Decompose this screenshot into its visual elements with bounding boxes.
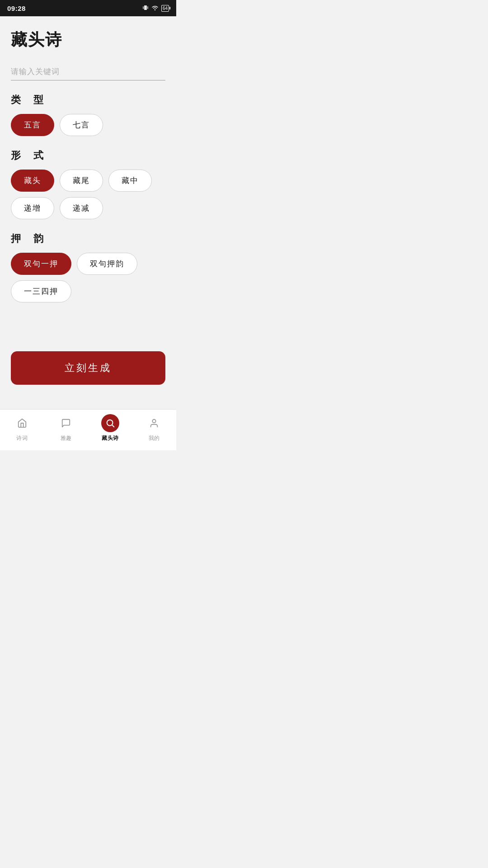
type-qiyan-btn[interactable]: 七言 (60, 114, 103, 136)
status-icons: 64 (142, 5, 169, 12)
rhyme-yi134-btn[interactable]: 一三四押 (11, 280, 71, 302)
format-zangtou-btn[interactable]: 藏头 (11, 170, 54, 192)
type-btn-group: 五言 七言 (11, 114, 165, 136)
format-zangzhong-btn[interactable]: 藏中 (108, 170, 152, 192)
nav-item-zangtou[interactable]: 藏头诗 (97, 414, 124, 442)
search-container (11, 64, 165, 80)
svg-rect-1 (143, 6, 144, 9)
bottom-nav: 诗词 雅趣 藏头诗 我的 (0, 409, 176, 450)
nav-item-wode[interactable]: 我的 (141, 414, 168, 442)
generate-button[interactable]: 立刻生成 (11, 351, 165, 385)
svg-point-5 (153, 420, 156, 423)
format-dijian2-btn[interactable]: 递减 (60, 197, 103, 219)
nav-icon-zangtou (101, 414, 119, 432)
type-section: 类 型 五言 七言 (11, 93, 165, 136)
format-btn-group: 藏头 藏尾 藏中 递增 递减 (11, 170, 165, 219)
nav-item-shici[interactable]: 诗词 (9, 414, 36, 442)
nav-label-zangtou: 藏头诗 (102, 434, 119, 442)
type-wuyan-btn[interactable]: 五言 (11, 114, 54, 136)
format-zangwei-btn[interactable]: 藏尾 (60, 170, 103, 192)
rhyme-shuang1-btn[interactable]: 双句一押 (11, 253, 71, 275)
nav-icon-shici (13, 414, 31, 432)
format-dijian-btn[interactable]: 递增 (11, 197, 54, 219)
rhyme-section: 押 韵 双句一押 双句押韵 一三四押 (11, 232, 165, 302)
battery-level: 64 (163, 6, 168, 11)
svg-line-4 (112, 425, 114, 427)
rhyme-shuang2-btn[interactable]: 双句押韵 (77, 253, 137, 275)
status-bar: 09:28 64 (0, 0, 176, 16)
svg-rect-0 (144, 5, 147, 10)
main-content: 藏头诗 类 型 五言 七言 形 式 藏头 藏尾 藏中 递增 递减 押 韵 双句一… (0, 16, 176, 409)
rhyme-section-label: 押 韵 (11, 232, 165, 245)
battery-icon: 64 (161, 5, 169, 12)
nav-label-shici: 诗词 (16, 434, 28, 442)
format-section: 形 式 藏头 藏尾 藏中 递增 递减 (11, 149, 165, 219)
page-title: 藏头诗 (11, 29, 165, 51)
nav-icon-yaqu (57, 414, 75, 432)
type-section-label: 类 型 (11, 93, 165, 107)
status-time: 09:28 (7, 5, 26, 12)
nav-label-yaqu: 雅趣 (61, 434, 72, 442)
rhyme-btn-group: 双句一押 双句押韵 一三四押 (11, 253, 165, 302)
vibrate-icon (142, 5, 149, 12)
format-section-label: 形 式 (11, 149, 165, 162)
wifi-icon (151, 5, 159, 12)
nav-item-yaqu[interactable]: 雅趣 (52, 414, 80, 442)
nav-label-wode: 我的 (149, 434, 160, 442)
svg-rect-2 (147, 6, 148, 9)
nav-icon-wode (145, 414, 163, 432)
search-input[interactable] (11, 64, 165, 80)
